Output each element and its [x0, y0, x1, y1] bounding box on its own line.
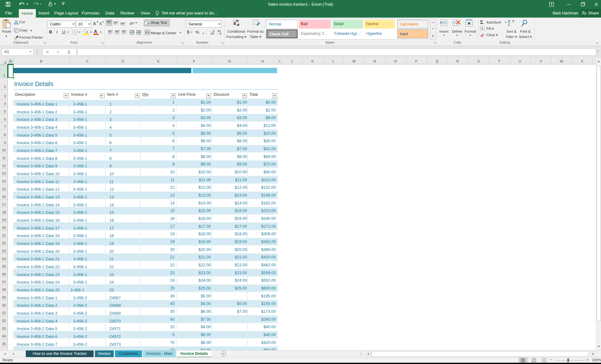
- svg-text:ab: ab: [129, 21, 134, 25]
- svg-text:Z: Z: [508, 23, 510, 26]
- svg-text:A: A: [508, 19, 510, 23]
